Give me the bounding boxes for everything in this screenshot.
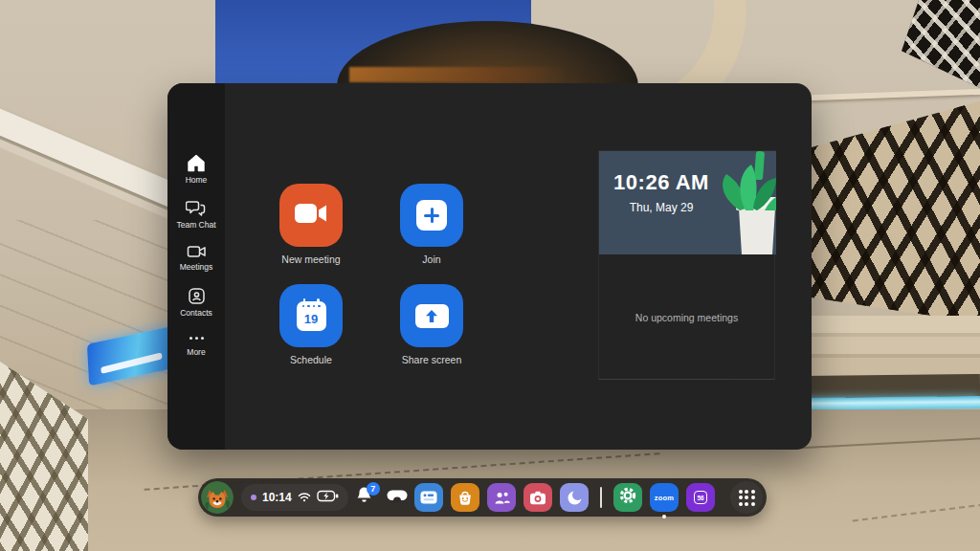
new-meeting-button[interactable] bbox=[279, 184, 343, 247]
zoom-app-icon[interactable]: zoom bbox=[650, 483, 679, 512]
store-app-icon[interactable] bbox=[451, 483, 479, 512]
browser-app-icon[interactable] bbox=[560, 483, 589, 512]
wifi-icon bbox=[298, 489, 311, 506]
headset-button[interactable] bbox=[381, 481, 413, 514]
home-actions: New meeting Join 19 bbox=[279, 184, 463, 365]
action-label: New meeting bbox=[281, 253, 340, 265]
dock-apps: zoom 56 bbox=[414, 481, 764, 514]
clock-card: 10:26 AM Thu, May 29 bbox=[599, 151, 776, 254]
zoom-wordmark: zoom bbox=[655, 494, 674, 502]
app-library-button[interactable] bbox=[730, 481, 763, 514]
notification-badge: 7 bbox=[367, 482, 380, 496]
zoom-app-window: Home Team Chat Meetings bbox=[167, 83, 812, 450]
no-upcoming-meetings-text: No upcoming meetings bbox=[599, 254, 774, 381]
dock-clock: 10:14 bbox=[262, 491, 292, 504]
action-share-screen: Share screen bbox=[400, 284, 463, 365]
sidebar-item-home[interactable]: Home bbox=[169, 154, 223, 185]
action-label: Share screen bbox=[402, 354, 461, 365]
camera-app-icon[interactable] bbox=[523, 483, 552, 512]
sidebar-item-label: Team Chat bbox=[176, 220, 215, 230]
schedule-button[interactable]: 19 bbox=[279, 284, 343, 347]
clock-date: Thu, May 29 bbox=[599, 201, 724, 214]
action-new-meeting: New meeting bbox=[279, 184, 343, 265]
sidebar-item-label: Meetings bbox=[180, 262, 213, 272]
wall-ridge bbox=[809, 89, 980, 100]
vr-headset-icon bbox=[387, 489, 408, 506]
action-label: Join bbox=[422, 253, 440, 265]
calendar-icon: 19 bbox=[297, 301, 326, 331]
corner-lattice-panel bbox=[902, 0, 980, 88]
action-join: Join bbox=[400, 184, 463, 265]
video-camera-icon bbox=[294, 201, 328, 230]
clock-time: 10:26 AM bbox=[599, 170, 724, 195]
battery-charging-icon bbox=[317, 489, 339, 506]
virtual-desktop-app-icon[interactable]: 56 bbox=[686, 483, 715, 512]
avatar[interactable] bbox=[201, 481, 234, 514]
right-steps bbox=[810, 316, 980, 377]
app-badge: 56 bbox=[694, 491, 707, 504]
status-dot bbox=[251, 495, 256, 500]
sidebar-item-contacts[interactable]: Contacts bbox=[169, 287, 223, 318]
vr-home-scene: Home Team Chat Meetings bbox=[0, 0, 980, 551]
people-app-icon[interactable] bbox=[487, 483, 516, 512]
gear-icon bbox=[617, 485, 638, 510]
grid-icon bbox=[739, 490, 755, 506]
zoom-home-panel: New meeting Join 19 bbox=[225, 83, 812, 450]
contact-card-icon bbox=[188, 287, 206, 305]
dock-separator bbox=[600, 487, 602, 508]
home-icon bbox=[187, 154, 206, 172]
share-screen-button[interactable] bbox=[400, 284, 463, 347]
right-lattice-panel bbox=[810, 92, 980, 325]
sidebar-item-label: Contacts bbox=[180, 308, 212, 318]
settings-app-icon[interactable] bbox=[613, 483, 642, 512]
cyan-light-strip bbox=[804, 396, 980, 410]
action-label: Schedule bbox=[290, 354, 332, 365]
chat-bubbles-icon bbox=[186, 199, 207, 217]
tv-app-icon[interactable] bbox=[414, 483, 443, 512]
action-schedule: 19 Schedule bbox=[279, 284, 343, 365]
sidebar-item-label: Home bbox=[186, 175, 208, 185]
plus-icon bbox=[416, 200, 447, 231]
system-dock: 10:14 bbox=[198, 478, 767, 517]
notifications-button[interactable]: 7 bbox=[348, 481, 381, 514]
overhead-arch-glow bbox=[349, 67, 569, 82]
plant-illustration bbox=[707, 151, 776, 254]
sidebar-item-team-chat[interactable]: Team Chat bbox=[169, 199, 223, 230]
video-camera-icon bbox=[187, 244, 207, 259]
calendar-day: 19 bbox=[304, 312, 318, 326]
zoom-sidebar: Home Team Chat Meetings bbox=[167, 83, 225, 450]
sidebar-item-meetings[interactable]: Meetings bbox=[169, 244, 223, 272]
running-indicator-dot bbox=[662, 515, 666, 518]
sidebar-item-more[interactable]: More bbox=[169, 332, 223, 357]
sidebar-item-label: More bbox=[187, 347, 205, 357]
arrow-up-icon bbox=[415, 304, 449, 328]
status-pill[interactable]: 10:14 bbox=[241, 484, 348, 511]
meetings-panel: 10:26 AM Thu, May 29 No upcoming meeting… bbox=[598, 150, 775, 380]
more-dots-icon bbox=[189, 332, 204, 344]
join-button[interactable] bbox=[400, 184, 463, 247]
